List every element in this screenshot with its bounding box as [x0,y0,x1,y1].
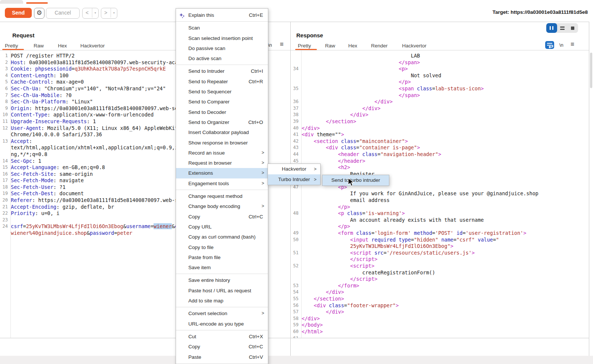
menu-item-convert-selection[interactable]: Convert selection> [176,308,268,318]
line-number: 8 [0,99,11,105]
layout-single-button[interactable] [567,23,578,33]
submenu-item-turbo-intruder[interactable]: Turbo Intruder> [268,174,320,185]
menu-item-url-encode-as-you-type[interactable]: URL-encode as you type [176,319,268,329]
menu-item-extensions[interactable]: Extensions> [176,168,268,178]
submenu-item-hackvertor[interactable]: Hackvertor> [268,164,320,174]
menu-item-explain-this[interactable]: Explain thisCtrl+E [176,10,268,20]
line-number [291,72,302,79]
target-url-label: Target: https://0a03001e03a8111f81d5e8 [492,9,593,17]
submenu-item-label: Send to turbo intruder [331,177,380,183]
menu-item-paste[interactable]: PasteCtrl+V [176,352,268,362]
code-line: 43 <div class="container is-page"> [291,144,589,151]
prev-request-button[interactable]: < ▾ [82,8,99,19]
code-line: 54 </div> [291,289,589,296]
send-settings-gear-icon[interactable]: ⚙ [34,8,44,19]
menu-item-save-item[interactable]: Save item [176,262,268,273]
line-number: 20 [0,197,11,204]
menu-item-do-active-scan[interactable]: Do active scan [176,53,268,63]
code-line: 41<div theme=""> [291,131,589,138]
menu-item-copy-to-file[interactable]: Copy to file [176,242,268,252]
line-number: 24 [0,223,11,230]
tab-response-hex[interactable]: Hex [348,43,357,49]
menu-item-change-request-method[interactable]: Change request method [176,191,268,201]
response-editor-menu-icon[interactable]: ≡ [571,41,574,48]
code-line: 46 <h2> [291,164,589,171]
menu-item-send-to-comparer[interactable]: Send to Comparer [176,97,268,107]
menu-item-cut[interactable]: CutCtrl+X [176,332,268,342]
response-search-bar: ? ⚙ ← → 0 highlights [291,338,589,356]
code-line: 35 <span class=lab-status-icon> [291,85,589,92]
response-panel-title: Response [296,32,323,38]
code-line: 50 <input required type="hidden" name="c… [291,237,589,243]
line-number: 16 [0,171,11,178]
submenu-item-send-to-turbo-intruder[interactable]: Send to turbo intruder [322,175,389,186]
menu-item-scan-selected-insertion-point[interactable]: Scan selected insertion point [176,33,268,43]
repeater-tab-partial[interactable] [0,0,23,4]
menu-item-engagement-tools[interactable]: Engagement tools> [176,178,268,189]
tab-response-render[interactable]: Render [371,43,387,49]
menu-item-label: Send to Repeater [188,79,228,84]
show-newlines-icon[interactable]: \n [559,42,563,48]
tab-response-raw[interactable]: Raw [325,43,335,49]
line-number: 48 [291,210,302,217]
line-number: 15 [0,164,11,171]
cancel-button[interactable]: Cancel [46,8,80,19]
menu-item-show-response-in-browser[interactable]: Show response in browser [176,138,268,148]
menu-item-copy[interactable]: CopyCtrl+C [176,342,268,352]
menu-item-scan[interactable]: Scan [176,23,268,33]
line-number: 53 [291,283,302,289]
line-number: 52 [291,263,302,270]
submenu-arrow-icon: > [262,148,264,158]
menu-item-paste-host-url-as-request[interactable]: Paste host / URL as request [176,286,268,296]
menu-item-request-in-browser[interactable]: Request in browser> [176,158,268,168]
code-line: 45 </header> [291,158,589,165]
menu-item-send-to-organizer[interactable]: Send to OrganizerCtrl+O [176,117,268,127]
line-number: 12 [0,125,11,132]
panel-divider[interactable] [290,22,291,364]
menu-item-do-passive-scan[interactable]: Do passive scan [176,43,268,53]
submenu-arrow-icon: > [314,174,316,185]
menu-item-record-an-issue[interactable]: Record an issue> [176,148,268,158]
menu-item-copy[interactable]: CopyCtrl+C [176,212,268,222]
next-request-button[interactable]: > ▾ [101,8,117,19]
menu-item-change-body-encoding[interactable]: Change body encoding> [176,201,268,211]
menu-item-insert-collaborator-payload[interactable]: Insert Collaborator payload [176,127,268,137]
menu-item-copy-as-curl-command-bash[interactable]: Copy as curl command (bash) [176,232,268,242]
layout-columns-button[interactable] [546,23,557,33]
line-number [291,59,302,66]
menu-item-send-to-repeater[interactable]: Send to RepeaterCtrl+R [176,77,268,87]
bottom-strip [0,356,593,364]
line-number: 14 [0,158,11,165]
tab-response-hackvertor[interactable]: Hackvertor [402,43,426,49]
menu-item-add-to-site-map[interactable]: Add to site map [176,296,268,306]
word-wrap-toggle-icon[interactable] [545,41,554,49]
next-dropdown-icon[interactable]: ▾ [111,8,117,18]
code-line: </p> [291,79,589,85]
menu-item-save-entire-history[interactable]: Save entire history [176,275,268,285]
menu-item-shortcut: Ctrl+C [248,212,263,222]
scrollbar-thumb[interactable] [590,53,592,88]
menu-item-shortcut: Ctrl+X [249,332,263,342]
send-button[interactable]: Send [5,8,32,18]
line-number [291,276,302,283]
menu-item-label: Engagement tools [188,181,229,186]
line-number: 17 [0,177,11,184]
line-number: 40 [291,125,302,132]
response-editor[interactable]: LAB </span>34 <p> Not solved </p>35 <spa… [291,50,589,340]
next-chevron: > [101,8,110,18]
line-number: 7 [0,92,11,99]
layout-rows-button[interactable] [557,23,568,33]
tab-response-pretty[interactable]: Pretty [298,43,311,49]
menu-item-label: Do passive scan [188,46,225,51]
menu-item-copy-url[interactable]: Copy URL [176,222,268,232]
line-number: 39 [291,118,302,125]
prev-dropdown-icon[interactable]: ▾ [92,8,98,18]
code-line: 51 <script src='/resources/static/users.… [291,250,589,256]
menu-item-label: Send to Organizer [188,119,229,125]
submenu-arrow-icon: > [262,158,264,168]
menu-item-send-to-decoder[interactable]: Send to Decoder [176,107,268,117]
menu-item-send-to-intruder[interactable]: Send to IntruderCtrl+I [176,66,268,76]
rows-icon [560,27,565,28]
menu-item-paste-from-file[interactable]: Paste from file [176,252,268,262]
menu-item-send-to-sequencer[interactable]: Send to Sequencer [176,87,268,97]
